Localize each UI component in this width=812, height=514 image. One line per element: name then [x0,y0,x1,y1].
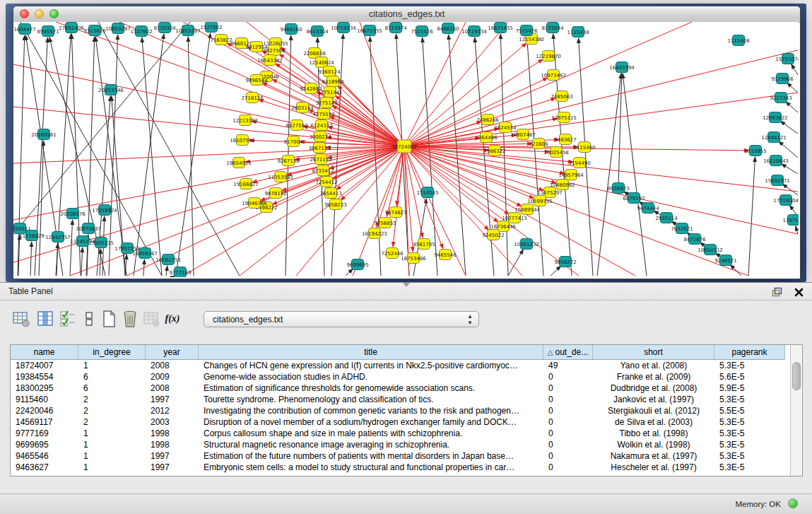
node-table-scrollpane[interactable]: namein_degreeyeartitle△out_de...shortpag… [10,344,803,477]
table-cell: 5.3E-5 [714,428,785,439]
column-header-short[interactable]: short [593,345,714,360]
table-row[interactable]: 1872400712008Changes of HCN gene express… [11,360,802,371]
column-header-year[interactable]: year [146,345,199,360]
citation-edge-black[interactable] [346,269,353,276]
select-columns-button[interactable] [58,309,78,329]
citation-edge-black[interactable] [597,74,621,276]
citation-edge-red[interactable] [13,107,404,146]
citation-edge-black[interactable] [782,164,798,174]
citation-edge-red[interactable] [281,47,404,146]
citation-edge-red[interactable] [329,146,404,168]
column-header-name[interactable]: name [11,345,78,360]
table-cell: 14569117 [11,416,78,428]
create-column-button[interactable] [99,309,119,329]
table-row[interactable]: 977716911998Corpus callosum shape and si… [11,428,802,439]
new-file-icon [100,310,117,328]
delete-column-button[interactable] [120,309,140,329]
table-cell: 18724007 [11,360,78,371]
column-header-out_de[interactable]: △out_de... [543,345,593,360]
citation-edge-black[interactable] [579,38,593,276]
citation-edge-black[interactable] [730,264,741,276]
graph-node-label: 16671455 [488,25,513,31]
graph-node-label: 9245022 [482,233,504,238]
citation-edge-black[interactable] [796,226,798,234]
citation-edge-red[interactable] [404,146,489,230]
graph-node-label: 20206576 [60,211,86,217]
graph-node-label: 4275512 [312,112,334,117]
table-row[interactable]: 1830029562008Estimation of significance … [11,382,802,394]
table-mode-button[interactable] [11,309,31,329]
graph-node-label: 3000274 [309,134,331,140]
table-cell: 2003 [146,416,199,428]
column-header-pagerank[interactable]: pagerank [714,345,785,360]
table-cell: 9115460 [11,394,78,405]
citation-edge-black[interactable] [787,83,798,93]
table-cell: 5.3E-5 [714,450,785,462]
graph-node-label: 10853287 [175,28,201,34]
graph-node-label: 8945571 [37,29,59,35]
citation-edge-black[interactable] [792,64,798,75]
graph-node-label: 1327602 [130,29,152,35]
table-row[interactable]: 2242004622012Investigating the contribut… [11,405,802,416]
table-row[interactable]: 946554611997Estimation of the future num… [11,450,802,462]
table-row[interactable]: 1938455462009Genome-wide association stu… [11,371,802,382]
network-canvas[interactable]: 1872400771638228660128591295413226055382… [13,22,799,277]
citation-edge-red[interactable] [360,22,404,146]
citation-edge-black[interactable] [166,266,167,276]
graph-node-label: 12154380 [519,37,544,42]
citation-edge-black[interactable] [551,266,560,276]
graph-node-label: 1624554 [494,125,517,131]
graph-node-label: 9474444 [637,206,659,211]
citation-edge-black[interactable] [18,35,25,276]
citation-edge-red[interactable] [404,22,692,146]
citation-edge-red[interactable] [183,146,404,276]
table-cell: 9465546 [11,450,78,462]
scrollbar-thumb[interactable] [792,362,801,390]
table-row[interactable]: 946362711997Embryonic stem cells: a mode… [11,462,802,473]
column-header-title[interactable]: title [199,345,543,360]
network-view[interactable]: 1872400771638228660128591295413226055382… [13,22,799,277]
show-column-button[interactable] [35,309,55,329]
citation-edge-red[interactable] [404,50,798,146]
table-cell: 2 [78,394,146,405]
table-cell: Structural magnetic resonance image aver… [199,439,543,450]
citation-edge-black[interactable] [623,74,647,276]
table-cell: Dudbridge et al. (2008) [593,382,714,394]
citation-edge-black[interactable] [779,141,798,158]
graph-node-label: 16671355 [357,28,382,34]
table-cell: Estimation of significance thresholds fo… [199,382,543,394]
column-header-in_degree[interactable]: in_degree [78,345,146,360]
citation-edge-red[interactable] [404,93,798,146]
table-row[interactable]: 911546021997Tourette syndrome. Phenomeno… [11,394,802,405]
splitter-handle-icon[interactable] [403,283,410,287]
graph-node-label: 9246521 [714,258,736,264]
citation-edge-black[interactable] [782,184,798,195]
citation-edge-black[interactable] [30,242,32,276]
close-panel-button[interactable] [792,286,805,298]
citation-edge-black[interactable] [786,102,798,112]
vertical-scrollbar[interactable] [790,345,802,476]
float-panel-button[interactable] [771,286,784,298]
graph-node-label: 14957964 [558,173,584,178]
network-window[interactable]: citations_edges.txt 18724007716382286601… [13,6,801,279]
row-height-button[interactable] [79,309,99,329]
table-selector-dropdown[interactable]: citations_edges.txt ▲▼ [204,311,479,327]
citation-edge-black[interactable] [500,34,508,276]
table-panel-titlebar: Table Panel [0,282,812,300]
citation-edge-black[interactable] [780,121,798,134]
table-row[interactable]: 1456911722003Disruption of a novel membe… [11,416,802,428]
citation-edge-black[interactable] [134,34,164,276]
citation-edge-black[interactable] [413,199,426,276]
graph-node-label: 7486266 [476,117,499,123]
table-cell: 1997 [146,450,199,462]
float-window-icon [772,287,783,297]
table-cell: 1 [78,360,146,371]
function-builder-button[interactable]: f(x) [163,309,182,329]
graph-node-label: 1167531 [782,218,799,223]
citation-edge-black[interactable] [70,220,73,276]
table-row[interactable]: 969969511998Structural magnetic resonanc… [11,439,802,450]
table-cell: Embryonic stem cells: a model to study s… [199,462,543,473]
citation-edge-black[interactable] [748,157,755,276]
window-titlebar[interactable]: citations_edges.txt [13,6,800,23]
graph-node-label: 1514545 [416,190,438,196]
